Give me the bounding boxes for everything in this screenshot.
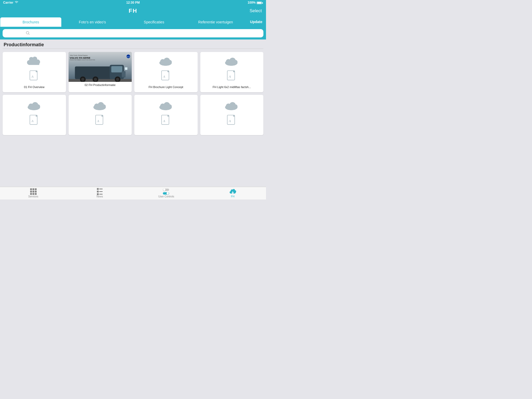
bottom-tab-fh[interactable]: FH bbox=[200, 187, 266, 200]
svg-point-2 bbox=[28, 59, 40, 65]
bottom-tab-user-controls[interactable]: User Controls bbox=[133, 187, 200, 200]
pdf-icon-8: A bbox=[227, 115, 237, 128]
svg-rect-50 bbox=[102, 115, 103, 117]
tab-reference-vehicles[interactable]: Referentie voertuigen bbox=[185, 17, 246, 27]
doc-label-7 bbox=[165, 130, 167, 132]
document-grid: A 01 FH Overview Volvo Trucks. Driving P… bbox=[3, 52, 263, 138]
doc-card-1[interactable]: A 01 FH Overview bbox=[3, 52, 66, 92]
services-label: Services bbox=[28, 195, 38, 198]
tab-brochures[interactable]: Brochures bbox=[0, 17, 61, 27]
volvo-text: Volvo Trucks. Driving Progress bbox=[70, 55, 88, 56]
search-input[interactable] bbox=[31, 31, 240, 35]
doc-card-5[interactable]: A bbox=[3, 95, 66, 135]
svg-point-13 bbox=[81, 78, 84, 81]
svg-point-17 bbox=[116, 78, 119, 81]
doc-card-2[interactable]: Volvo Trucks. Driving Progress VOLVO VOL… bbox=[69, 52, 132, 92]
svg-point-55 bbox=[168, 104, 172, 108]
doc-cloud-area-5: A bbox=[5, 98, 64, 130]
doc-label-4: FH Light 6x2 midliftas factsh... bbox=[212, 84, 252, 90]
services-icon bbox=[30, 189, 37, 195]
svg-point-48 bbox=[102, 104, 106, 108]
svg-point-41 bbox=[36, 104, 40, 108]
svg-rect-8 bbox=[69, 79, 132, 82]
svg-text:A: A bbox=[163, 119, 165, 123]
doc-card-6[interactable]: A bbox=[69, 95, 132, 135]
svg-text:A: A bbox=[31, 119, 34, 123]
svg-text:A: A bbox=[229, 119, 231, 123]
svg-text:A: A bbox=[229, 74, 231, 78]
svg-rect-64 bbox=[233, 115, 235, 117]
tab-photos-videos[interactable]: Foto's en video's bbox=[62, 17, 123, 27]
status-bar-left: Carrier bbox=[3, 1, 18, 4]
doc-cloud-area-8: A bbox=[202, 98, 262, 130]
search-icon bbox=[26, 31, 30, 36]
bottom-tab-services[interactable]: Services bbox=[0, 187, 66, 200]
svg-rect-4 bbox=[36, 71, 37, 72]
wifi-icon bbox=[15, 1, 18, 4]
pdf-icon-5: A bbox=[29, 115, 39, 128]
doc-cloud-area-4: A bbox=[202, 56, 262, 84]
doc-card-4[interactable]: A FH Light 6x2 midliftas factsh... bbox=[200, 52, 264, 92]
bottom-tab-news[interactable]: News bbox=[66, 187, 133, 200]
volvo-subtitle: PRODUCTINFORMATIE VOLVO FH EN VOLVO FH16 bbox=[70, 59, 95, 61]
doc-card-3[interactable]: A FH Brochure Light Concept bbox=[134, 52, 198, 92]
svg-point-34 bbox=[234, 60, 238, 64]
doc-label-8 bbox=[231, 130, 233, 132]
user-controls-label: User Controls bbox=[158, 195, 174, 198]
cloud-icon-3 bbox=[157, 57, 175, 68]
app-header: FH Select bbox=[0, 5, 266, 17]
update-button[interactable]: Update bbox=[247, 20, 266, 24]
app-title: FH bbox=[129, 8, 137, 14]
svg-rect-36 bbox=[233, 71, 235, 72]
doc-card-8[interactable]: A bbox=[200, 95, 264, 135]
doc-cloud-area-7: A bbox=[136, 98, 196, 130]
cloud-icon-5 bbox=[25, 101, 43, 112]
pdf-icon-4: A bbox=[227, 70, 237, 83]
doc-label-3: FH Brochure Light Concept bbox=[148, 84, 184, 90]
tab-specifications[interactable]: Specificaties bbox=[123, 17, 184, 27]
doc-cloud-area-1: A bbox=[5, 56, 64, 84]
fh-label: FH bbox=[231, 195, 234, 198]
section-title: Productinformatie bbox=[3, 42, 263, 48]
cloud-icon-4 bbox=[223, 57, 241, 68]
pdf-icon-3: A bbox=[161, 70, 171, 83]
svg-rect-29 bbox=[167, 71, 169, 72]
svg-point-27 bbox=[168, 60, 172, 64]
pdf-icon-6: A bbox=[95, 115, 105, 128]
user-controls-icon bbox=[163, 189, 170, 195]
lines-icon bbox=[97, 188, 103, 195]
volvo-thumbnail: Volvo Trucks. Driving Progress VOLVO VOL… bbox=[69, 52, 132, 82]
svg-text:VOLVO: VOLVO bbox=[127, 56, 130, 57]
news-icon bbox=[96, 189, 103, 195]
tab-bar: Brochures Foto's en video's Specificatie… bbox=[0, 17, 266, 27]
battery-icon bbox=[257, 1, 263, 4]
svg-rect-43 bbox=[36, 115, 37, 117]
section-divider bbox=[3, 49, 263, 49]
doc-card-7[interactable]: A bbox=[134, 95, 198, 135]
svg-text:A: A bbox=[163, 74, 165, 78]
volvo-truck-title: VOLVO FH-SERIE bbox=[70, 57, 91, 59]
fh-cloud-icon bbox=[229, 189, 236, 195]
doc-label-2: 02 FH Productinformatie bbox=[83, 82, 117, 88]
doc-label-1: 01 FH Overview bbox=[23, 84, 45, 90]
volvo-logo: VOLVO bbox=[127, 55, 130, 58]
select-button[interactable]: Select bbox=[250, 8, 262, 14]
truck-area bbox=[69, 64, 132, 82]
cloud-icon-8 bbox=[223, 101, 241, 112]
status-bar: Carrier 12:30 PM 100% bbox=[0, 0, 266, 5]
doc-cloud-area-6: A bbox=[71, 98, 130, 130]
battery-label: 100% bbox=[248, 1, 256, 4]
bottom-tab-bar: Services News Use bbox=[0, 187, 266, 200]
search-bar-container bbox=[0, 27, 266, 39]
svg-line-1 bbox=[29, 34, 29, 35]
grid-icon bbox=[30, 188, 37, 195]
status-bar-time: 12:30 PM bbox=[126, 1, 140, 4]
svg-text:A: A bbox=[97, 119, 99, 123]
svg-rect-23 bbox=[125, 67, 127, 70]
svg-text:A: A bbox=[31, 74, 34, 78]
cloud-icon-1 bbox=[25, 57, 43, 68]
doc-label-6 bbox=[99, 130, 101, 132]
status-bar-right: 100% bbox=[248, 1, 263, 4]
svg-rect-11 bbox=[111, 66, 122, 72]
search-input-wrap[interactable] bbox=[3, 29, 263, 37]
